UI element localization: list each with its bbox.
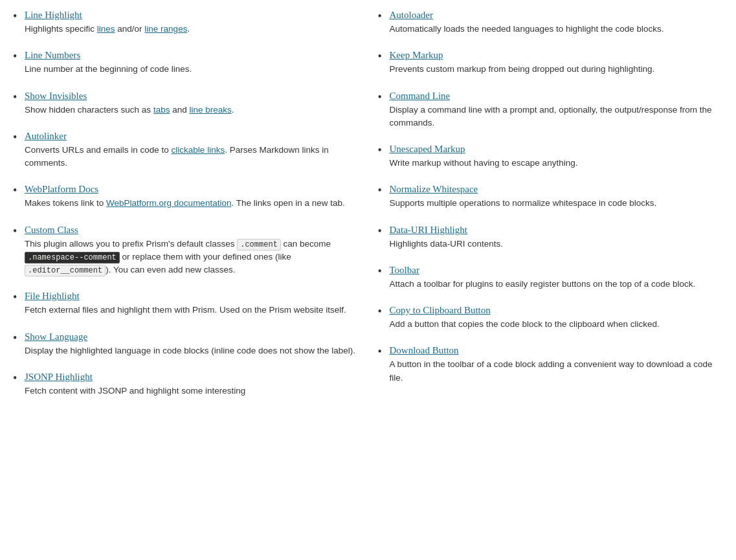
item-title-autoloader[interactable]: Autoloader — [390, 10, 433, 20]
item-desc-copy-clipboard: Add a button that copies the code block … — [390, 318, 724, 331]
item-desc-show-invisibles: Show hidden characters such as tabs and … — [25, 104, 359, 117]
item-desc-download-button: A button in the toolbar of a code block … — [390, 358, 724, 385]
item-title-custom-class[interactable]: Custom Class — [25, 225, 78, 235]
item-title-normalize-whitespace[interactable]: Normalize Whitespace — [390, 184, 478, 194]
link-tabs[interactable]: tabs — [153, 105, 170, 115]
item-desc-data-uri-highlight: Highlights data-URI contents. — [390, 238, 724, 251]
list-item: WebPlatform Docs Makes tokens link to We… — [13, 184, 359, 210]
list-item: File Highlight Fetch external files and … — [13, 291, 359, 317]
item-title-copy-clipboard[interactable]: Copy to Clipboard Button — [390, 305, 491, 315]
list-item: Autoloader Automatically loads the neede… — [378, 10, 724, 36]
left-column: Line Highlight Highlights specific lines… — [13, 6, 359, 415]
list-item: Show Language Display the highlighted la… — [13, 331, 359, 357]
right-list: Autoloader Automatically loads the neede… — [378, 10, 724, 385]
custom-class-middle2: or replace them with your defined ones (… — [120, 252, 291, 262]
item-desc-line-highlight: Highlights specific lines and/or line ra… — [25, 23, 359, 36]
code-comment: .comment — [237, 239, 281, 251]
item-title-keep-markup[interactable]: Keep Markup — [390, 50, 443, 60]
item-desc-autolinker: Converts URLs and emails in code to clic… — [25, 144, 359, 170]
list-item: Line Numbers Line number at the beginnin… — [13, 50, 359, 76]
link-clickable[interactable]: clickable links — [172, 145, 225, 155]
list-item: Show Invisibles Show hidden characters s… — [13, 91, 359, 117]
link-line-ranges[interactable]: line ranges — [144, 24, 187, 34]
list-item: Keep Markup Prevents custom markup from … — [378, 50, 724, 76]
item-desc-normalize-whitespace: Supports multiple operations to normaliz… — [390, 197, 724, 210]
item-title-download-button[interactable]: Download Button — [390, 345, 459, 355]
list-item: Copy to Clipboard Button Add a button th… — [378, 305, 724, 331]
item-title-command-line[interactable]: Command Line — [390, 91, 451, 101]
list-item: Data-URI Highlight Highlights data-URI c… — [378, 225, 724, 251]
item-title-unescaped-markup[interactable]: Unescaped Markup — [390, 144, 465, 154]
list-item: Toolbar Attach a toolbar for plugins to … — [378, 265, 724, 291]
list-item: Autolinker Converts URLs and emails in c… — [13, 131, 359, 170]
list-item: Line Highlight Highlights specific lines… — [13, 10, 359, 36]
list-item: Download Button A button in the toolbar … — [378, 345, 724, 385]
custom-class-prefix: This plugin allows you to prefix Prism's… — [25, 239, 237, 249]
item-desc-toolbar: Attach a toolbar for plugins to easily r… — [390, 278, 724, 291]
link-lines[interactable]: lines — [97, 24, 115, 34]
list-item: JSONP Highlight Fetch content with JSONP… — [13, 372, 359, 398]
item-desc-custom-class: This plugin allows you to prefix Prism's… — [25, 238, 359, 277]
code-namespace-comment: .namespace--comment — [25, 252, 120, 263]
list-item: Command Line Display a command line with… — [378, 91, 724, 130]
item-title-line-numbers[interactable]: Line Numbers — [25, 50, 80, 60]
item-title-jsonp-highlight[interactable]: JSONP Highlight — [25, 372, 93, 382]
link-line-breaks[interactable]: line breaks — [189, 105, 231, 115]
item-title-data-uri-highlight[interactable]: Data-URI Highlight — [390, 225, 467, 235]
item-desc-keep-markup: Prevents custom markup from being droppe… — [390, 63, 724, 76]
list-item: Custom Class This plugin allows you to p… — [13, 225, 359, 277]
item-desc-jsonp-highlight: Fetch content with JSONP and highlight s… — [25, 385, 359, 398]
item-desc-autoloader: Automatically loads the needed languages… — [390, 23, 724, 36]
code-editor-comment: .editor__comment — [25, 265, 106, 276]
item-desc-line-numbers: Line number at the beginning of code lin… — [25, 63, 359, 76]
left-list: Line Highlight Highlights specific lines… — [13, 10, 359, 398]
item-title-autolinker[interactable]: Autolinker — [25, 131, 67, 141]
item-title-show-language[interactable]: Show Language — [25, 331, 87, 342]
item-title-show-invisibles[interactable]: Show Invisibles — [25, 91, 87, 101]
item-desc-command-line: Display a command line with a prompt and… — [390, 104, 724, 130]
list-item: Unescaped Markup Write markup without ha… — [378, 144, 724, 170]
item-desc-webplatform: Makes tokens link to WebPlatform.org doc… — [25, 197, 359, 210]
item-desc-file-highlight: Fetch external files and highlight them … — [25, 304, 359, 317]
custom-class-middle: can become — [281, 239, 331, 249]
item-title-line-highlight[interactable]: Line Highlight — [25, 10, 82, 20]
item-title-file-highlight[interactable]: File Highlight — [25, 291, 80, 301]
main-content: Line Highlight Highlights specific lines… — [13, 6, 723, 415]
item-title-toolbar[interactable]: Toolbar — [390, 265, 419, 275]
list-item: Normalize Whitespace Supports multiple o… — [378, 184, 724, 210]
item-desc-show-language: Display the highlighted language in code… — [25, 344, 359, 357]
right-column: Autoloader Automatically loads the neede… — [378, 6, 724, 415]
custom-class-suffix: ). You can even add new classes. — [106, 265, 235, 274]
link-webplatform[interactable]: WebPlatform.org documentation — [106, 198, 231, 208]
item-desc-unescaped-markup: Write markup without having to escape an… — [390, 157, 724, 170]
item-title-webplatform[interactable]: WebPlatform Docs — [25, 184, 98, 194]
